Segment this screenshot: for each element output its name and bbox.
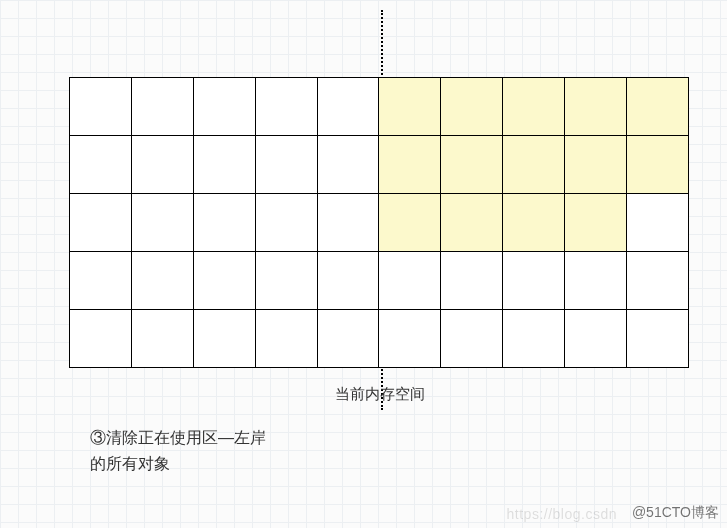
memory-cell xyxy=(564,77,628,137)
memory-cell xyxy=(564,251,628,311)
memory-cell xyxy=(193,193,257,253)
memory-cell xyxy=(564,193,628,253)
memory-cell xyxy=(440,193,504,253)
memory-cell xyxy=(131,77,195,137)
memory-cell xyxy=(626,309,690,369)
memory-cell xyxy=(440,135,504,195)
memory-cell xyxy=(317,193,381,253)
memory-cell xyxy=(69,309,133,369)
memory-grid xyxy=(70,78,689,368)
watermark-attribution: @51CTO博客 xyxy=(632,504,719,522)
memory-cell xyxy=(193,251,257,311)
caption-line-2: 的所有对象 xyxy=(90,455,170,472)
memory-cell xyxy=(131,309,195,369)
memory-cell xyxy=(69,193,133,253)
memory-cell xyxy=(255,77,319,137)
memory-cell xyxy=(131,193,195,253)
memory-cell xyxy=(69,251,133,311)
memory-cell xyxy=(131,135,195,195)
memory-cell xyxy=(378,77,442,137)
step-caption: ③清除正在使用区—左岸 的所有对象 xyxy=(90,425,266,476)
memory-cell xyxy=(626,193,690,253)
divider-label: 当前内存空间 xyxy=(335,385,425,404)
memory-cell xyxy=(440,77,504,137)
memory-cell xyxy=(378,135,442,195)
memory-cell xyxy=(564,309,628,369)
memory-cell xyxy=(564,135,628,195)
memory-cell xyxy=(193,309,257,369)
memory-cell xyxy=(502,77,566,137)
memory-cell xyxy=(440,251,504,311)
memory-cell xyxy=(502,309,566,369)
memory-cell xyxy=(502,251,566,311)
memory-cell xyxy=(193,135,257,195)
memory-cell xyxy=(378,251,442,311)
memory-cell xyxy=(502,193,566,253)
memory-grid-left xyxy=(70,78,380,368)
memory-cell xyxy=(255,193,319,253)
memory-cell xyxy=(317,77,381,137)
memory-cell xyxy=(378,193,442,253)
memory-cell xyxy=(378,309,442,369)
memory-cell xyxy=(69,77,133,137)
memory-cell xyxy=(255,251,319,311)
watermark-url: https://blog.csdn xyxy=(507,506,617,522)
memory-cell xyxy=(255,135,319,195)
memory-cell xyxy=(69,135,133,195)
memory-cell xyxy=(626,251,690,311)
memory-cell xyxy=(317,251,381,311)
memory-cell xyxy=(626,77,690,137)
memory-cell xyxy=(440,309,504,369)
memory-grid-right xyxy=(379,78,689,368)
memory-cell xyxy=(193,77,257,137)
memory-cell xyxy=(502,135,566,195)
memory-cell xyxy=(317,135,381,195)
memory-cell xyxy=(255,309,319,369)
memory-cell xyxy=(131,251,195,311)
memory-cell xyxy=(626,135,690,195)
memory-cell xyxy=(317,309,381,369)
caption-line-1: ③清除正在使用区—左岸 xyxy=(90,429,266,446)
